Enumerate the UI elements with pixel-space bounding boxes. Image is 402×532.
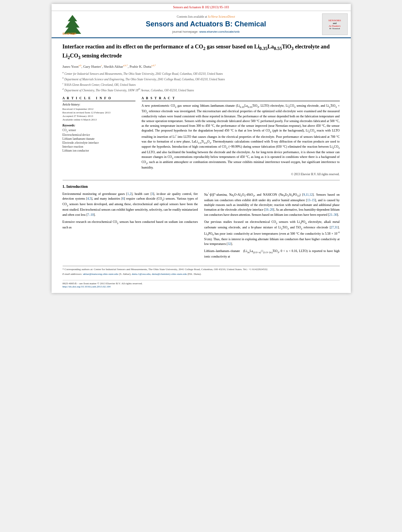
- journal-ref-bar: Sensors and Actuators B 182 (2013) 95–10…: [52, 4, 351, 11]
- abstract-text: A new potentiometric CO2 gas sensor usin…: [142, 104, 340, 170]
- corresponding-note: * Corresponding authors at: Center for I…: [63, 268, 340, 272]
- ref-27-31[interactable]: 27,31: [331, 226, 338, 229]
- email-dutta1[interactable]: dutta.1@osu.edu: [132, 272, 150, 276]
- email-dutta2[interactable]: dutta@chemistry.ohio-state.edu: [152, 272, 187, 276]
- kw-co2-sensor: CO2 sensor: [63, 128, 135, 133]
- ref-7-10[interactable]: 7–10: [87, 213, 94, 217]
- article-history: Received 4 September 2012 Received in re…: [63, 108, 135, 121]
- issn-line: 0925-4005/$ – see front matter © 2013 El…: [63, 282, 340, 285]
- journal-homepage: journal homepage: www.elsevier.com/locat…: [172, 30, 240, 33]
- badge-line3: AcTuators: [329, 24, 341, 28]
- received-date: Received 4 September 2012: [63, 108, 135, 111]
- ref-4-5[interactable]: 4,5: [87, 197, 91, 200]
- intro-col2: Na+-β/β″-alumina, Na2O-Al2O3-4SiO2, and …: [204, 192, 340, 262]
- section-divider: [63, 180, 340, 180]
- keywords-label: Keywords:: [63, 124, 135, 127]
- kw-electrochemical: Electrochemical device: [63, 133, 135, 137]
- intro-para-2: Extensive research on electrochemical CO…: [63, 220, 198, 230]
- intro-para-1: Environmental monitoring of greenhouse g…: [63, 192, 198, 217]
- abstract-column: A B S T R A C T A new potentiometric CO2…: [142, 96, 340, 176]
- kw-interface: Electrode–electrolyte interface: [63, 141, 135, 145]
- intro-col1: Environmental monitoring of greenhouse g…: [63, 192, 198, 262]
- journal-homepage-link[interactable]: www.elsevier.com/locate/snb: [199, 30, 239, 33]
- sensors-badge: SENSORS and AcTuators B: Chemical: [328, 19, 341, 30]
- doi-line[interactable]: http://dx.doi.org/10.1016/j.snb.2013.02.…: [63, 285, 340, 288]
- revised-date: Received in revised form 12 February 201…: [63, 111, 135, 114]
- page: Sensors and Actuators B 182 (2013) 95–10…: [52, 4, 351, 293]
- journal-homepage-label: journal homepage:: [172, 30, 198, 33]
- article-content: Interface reaction and its effect on the…: [52, 38, 351, 293]
- footnotes-section: * Corresponding authors at: Center for I…: [63, 266, 340, 276]
- ref-32[interactable]: 32: [228, 242, 231, 246]
- intro-para-4: Our previous studies focused on electroc…: [204, 220, 340, 247]
- sciverse-prefix: Contents lists available at: [177, 15, 207, 19]
- kw-li-conductor: Lithium ion conductor: [63, 149, 135, 152]
- article-title: Interface reaction and its effect on the…: [63, 43, 340, 61]
- intro-number: 1.: [63, 184, 66, 189]
- elsevier-tree-icon: ELSEVIER: [61, 13, 84, 35]
- email-addresses: E-mail addresses: akbar@matsceng.ohio-st…: [63, 272, 340, 276]
- elsevier-logo-area: ELSEVIER: [55, 13, 90, 35]
- svg-text:ELSEVIER: ELSEVIER: [63, 32, 76, 35]
- ref-6[interactable]: 6: [122, 197, 124, 200]
- article-history-label: Article history:: [63, 103, 135, 106]
- ref-13-15[interactable]: 13–15: [307, 198, 315, 202]
- journal-ref: Sensors and Actuators B 182 (2013) 95–10…: [173, 6, 229, 9]
- affiliation-a: a Center for Industrial Sensors and Meas…: [63, 71, 340, 76]
- journal-header: ELSEVIER Contents lists available at Sci…: [52, 11, 351, 38]
- svg-marker-1: [64, 15, 81, 34]
- sensors-badge-area: SENSORS and AcTuators B: Chemical: [322, 13, 348, 35]
- intro-para-5: Lithium–lanthanum–titanate (Li3xLa(2/3−x…: [204, 249, 340, 259]
- copyright-line: © 2013 Elsevier B.V. All rights reserved…: [142, 172, 340, 176]
- email-akbar[interactable]: akbar@matsceng.ohio-state.edu: [83, 272, 119, 276]
- intro-para-3: Na+-β/β″-alumina, Na2O-Al2O3-4SiO2, and …: [204, 192, 340, 217]
- article-info-column: A R T I C L E I N F O Article history: R…: [63, 96, 135, 176]
- sciverse-link[interactable]: SciVerse ScienceDirect: [208, 15, 235, 19]
- affiliation-d: d Department of Chemistry, The Ohio Stat…: [63, 87, 340, 93]
- keywords-section: Keywords: CO2 sensor Electrochemical dev…: [63, 124, 135, 152]
- abstract-heading: A B S T R A C T: [142, 96, 340, 101]
- journal-title: Sensors and Actuators B: Chemical: [146, 20, 266, 28]
- sciverse-line: Contents lists available at SciVerse Sci…: [177, 15, 235, 19]
- journal-title-area: Contents lists available at SciVerse Sci…: [93, 13, 319, 35]
- kw-llto: Lithium lanthanum titanate: [63, 137, 135, 141]
- authors-line: Junro Yoona,b, Gary Hunterc, Sheikh Akba…: [63, 64, 340, 69]
- affiliation-b: b Department of Materials Science and En…: [63, 76, 340, 82]
- kw-reaction: Interface reaction: [63, 145, 135, 148]
- ref-3[interactable]: 3: [152, 192, 153, 196]
- ref-9-11-12[interactable]: 9,11,12: [303, 193, 313, 196]
- elsevier-logo: ELSEVIER: [61, 13, 84, 35]
- article-info-abstract-section: A R T I C L E I N F O Article history: R…: [63, 96, 340, 176]
- article-info-heading: A R T I C L E I N F O: [63, 96, 135, 101]
- affiliation-c: c NASA Glenn Research Center, Cleveland,…: [63, 82, 340, 87]
- bottom-bar: 0925-4005/$ – see front matter © 2013 El…: [63, 280, 340, 288]
- ref-1-2[interactable]: 1,2: [128, 192, 132, 196]
- ref-21-30[interactable]: 21–30: [329, 213, 337, 217]
- accepted-date: Accepted 27 February 2013: [63, 115, 135, 118]
- intro-columns: Environmental monitoring of greenhouse g…: [63, 192, 340, 262]
- intro-title: Introduction: [67, 184, 88, 189]
- intro-heading: 1. Introduction: [63, 184, 340, 189]
- affiliations: a Center for Industrial Sensors and Meas…: [63, 71, 340, 93]
- online-date: Available online 6 March 2013: [63, 118, 135, 121]
- badge-line1: SENSORS: [328, 19, 341, 22]
- ref-16-20[interactable]: 16–20: [265, 208, 273, 211]
- badge-line4: B: Chemical: [330, 28, 340, 30]
